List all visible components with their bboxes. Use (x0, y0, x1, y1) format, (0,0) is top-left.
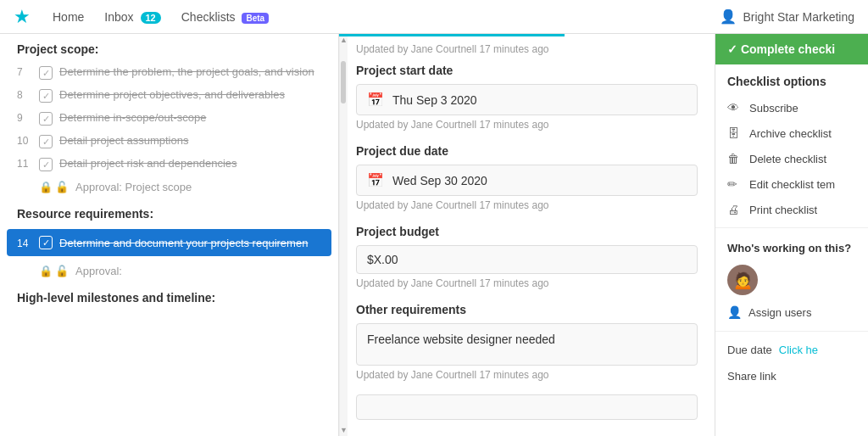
due-date-label-right: Due date (727, 344, 772, 356)
start-date-value: Thu Sep 3 2020 (392, 93, 477, 107)
due-date-value: Wed Sep 30 2020 (392, 174, 487, 187)
option-archive[interactable]: 🗄 Archive checklist (715, 120, 868, 146)
budget-label: Project budget (356, 225, 698, 238)
right-panel: ✓ Complete checki Checklist options 👁 Su… (715, 34, 868, 436)
option-subscribe[interactable]: 👁 Subscribe (715, 95, 868, 120)
calendar-icon: 📅 (367, 92, 384, 108)
assign-users-label: Assign users (748, 306, 811, 319)
assign-users-button[interactable]: 👤 Assign users (715, 299, 868, 326)
checklist-options-title: Checklist options (715, 64, 868, 95)
top-updated-text: Updated by Jane Courtnell 17 minutes ago (356, 43, 698, 55)
edit-icon: ✏ (727, 177, 743, 191)
budget-value: $X.00 (367, 253, 398, 266)
app-header: ★ Home Inbox 12 Checklists Beta 👤 Bright… (0, 0, 868, 34)
option-print[interactable]: 🖨 Print checklist (715, 197, 868, 222)
company-name: Bright Star Marketing (743, 10, 855, 24)
left-panel: Project scope: 7 ✓ Determine the problem… (0, 34, 339, 436)
calendar-icon-2: 📅 (367, 172, 384, 188)
middle-content: Updated by Jane Courtnell 17 minutes ago… (339, 36, 715, 436)
section-resource-requirements: Resource requirements: (0, 198, 338, 226)
other-req-label: Other requirements (356, 303, 698, 316)
click-here-link[interactable]: Click he (779, 344, 818, 356)
middle-panel: Updated by Jane Courtnell 17 minutes ago… (339, 34, 715, 436)
due-date-row: Due date Click he (715, 337, 868, 363)
header-right: 👤 Bright Star Marketing (720, 8, 855, 25)
avatar-row: 🙍 (715, 261, 868, 299)
complete-checklist-button[interactable]: ✓ Complete checki (715, 34, 868, 64)
item-text-7: Determine the problem, the project goals… (59, 65, 321, 78)
checklists-badge: Beta (242, 13, 269, 24)
other-req-textarea[interactable]: Freelance website designer needed (356, 323, 698, 366)
person-add-icon: 👤 (727, 305, 742, 319)
approval-text-2: Approval: (75, 265, 122, 277)
subscribe-icon: 👁 (727, 101, 743, 115)
budget-updated: Updated by Jane Courtnell 17 minutes ago (356, 277, 698, 289)
start-date-label: Project start date (356, 64, 698, 77)
company-icon: 👤 (720, 8, 737, 25)
item-text-10: Detail project assumptions (59, 134, 321, 147)
inbox-badge: 12 (141, 12, 161, 24)
checkbox-9[interactable]: ✓ (39, 112, 53, 126)
share-link-label: Share link (727, 370, 776, 383)
print-icon: 🖨 (727, 203, 743, 216)
checkbox-11[interactable]: ✓ (39, 158, 53, 171)
approval-text-1: Approval: Project scope (75, 181, 192, 193)
section-milestones: High-level milestones and timeline: (0, 282, 338, 310)
start-date-input[interactable]: 📅 Thu Sep 3 2020 (356, 84, 698, 115)
checkbox-7[interactable]: ✓ (39, 66, 53, 80)
share-link-row[interactable]: Share link (715, 363, 868, 389)
start-date-section: Project start date 📅 Thu Sep 3 2020 Upda… (356, 64, 698, 131)
other-requirements-section: Other requirements Freelance website des… (356, 303, 698, 381)
option-edit-template[interactable]: ✏ Edit checklist tem (715, 171, 868, 197)
checkbox-10[interactable]: ✓ (39, 135, 53, 148)
section-project-scope: Project scope: (0, 34, 338, 61)
nav-inbox[interactable]: Inbox 12 (96, 5, 169, 29)
extra-section-placeholder[interactable] (356, 394, 698, 420)
due-date-updated: Updated by Jane Courtnell 17 minutes ago (356, 199, 698, 211)
due-date-input[interactable]: 📅 Wed Sep 30 2020 (356, 165, 698, 196)
nav-home[interactable]: Home (44, 5, 92, 29)
main-layout: Project scope: 7 ✓ Determine the problem… (0, 34, 868, 436)
item-text-14: Determine and document your projects req… (59, 237, 308, 249)
checkbox-8[interactable]: ✓ (39, 89, 53, 103)
start-date-updated: Updated by Jane Courtnell 17 minutes ago (356, 119, 698, 131)
left-panel-container: Project scope: 7 ✓ Determine the problem… (0, 34, 339, 436)
list-item: 8 ✓ Determine project objectives, and de… (0, 84, 338, 107)
checkbox-14[interactable]: ✓ (39, 236, 53, 249)
due-date-section: Project due date 📅 Wed Sep 30 2020 Updat… (356, 144, 698, 211)
nav-checklists[interactable]: Checklists Beta (173, 5, 277, 29)
main-nav: Home Inbox 12 Checklists Beta (44, 5, 277, 29)
trash-icon: 🗑 (727, 152, 743, 165)
divider-2 (715, 331, 868, 332)
whos-working-title: Who's working on this? (715, 233, 868, 261)
due-date-label: Project due date (356, 144, 698, 158)
item-text-11: Detail project risk and dependencies (59, 157, 321, 170)
list-item: 7 ✓ Determine the problem, the project g… (0, 61, 338, 84)
user-avatar: 🙍 (727, 265, 758, 295)
list-item: 10 ✓ Detail project assumptions (0, 130, 338, 153)
active-checklist-item[interactable]: 14 ✓ Determine and document your project… (7, 229, 331, 256)
app-logo: ★ (14, 6, 31, 28)
item-text-8: Determine project objectives, and delive… (59, 88, 321, 101)
item-text-9: Determine in-scope/out-scope (59, 111, 321, 124)
divider-1 (715, 227, 868, 228)
list-item: 9 ✓ Determine in-scope/out-scope (0, 107, 338, 130)
approval-item-1: 🔒 🔓 Approval: Project scope (0, 176, 338, 198)
budget-input[interactable]: $X.00 (356, 245, 698, 274)
budget-section: Project budget $X.00 Updated by Jane Cou… (356, 225, 698, 289)
approval-item-2: 🔒 🔓 Approval: (0, 260, 338, 282)
option-delete[interactable]: 🗑 Delete checklist (715, 146, 868, 171)
other-req-updated: Updated by Jane Courtnell 17 minutes ago (356, 369, 698, 381)
list-item: 11 ✓ Detail project risk and dependencie… (0, 153, 338, 176)
archive-icon: 🗄 (727, 126, 743, 140)
